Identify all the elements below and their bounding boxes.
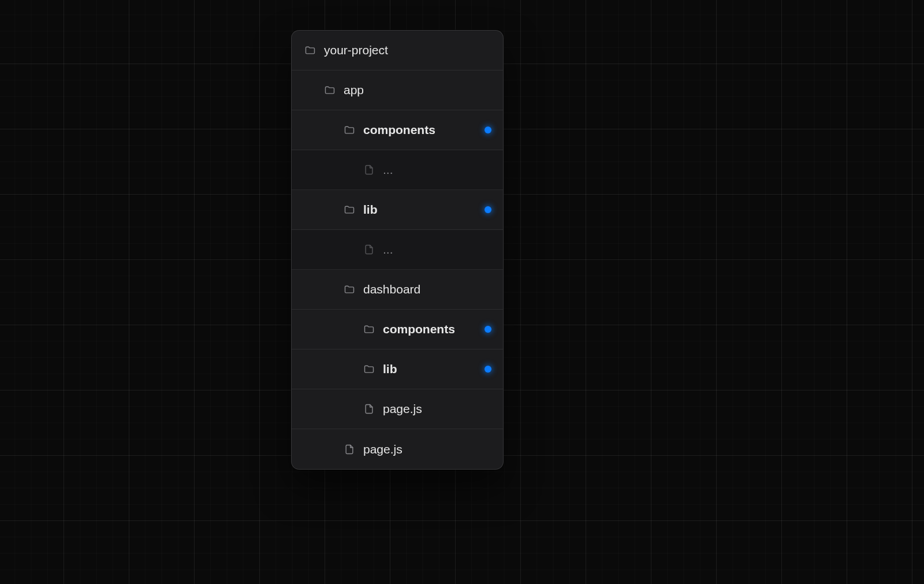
folder-icon (363, 363, 375, 375)
file-icon (363, 403, 375, 415)
tree-row-label: components (363, 123, 476, 137)
folder-icon (363, 323, 375, 335)
tree-row-label: ... (383, 243, 491, 256)
tree-row-lib[interactable]: lib (292, 190, 503, 230)
status-dot-icon (485, 326, 491, 333)
folder-icon (344, 124, 355, 136)
tree-row-label: lib (363, 203, 476, 217)
tree-row-app[interactable]: app (292, 70, 503, 110)
tree-row-dashboard-components[interactable]: components (292, 310, 503, 349)
folder-icon (304, 44, 316, 56)
tree-row-collapsed[interactable]: ... (292, 150, 503, 190)
tree-row-collapsed[interactable]: ... (292, 230, 503, 270)
tree-row-page-app[interactable]: page.js (292, 429, 503, 469)
folder-icon (344, 284, 355, 295)
tree-row-components[interactable]: components (292, 110, 503, 150)
tree-row-label: page.js (363, 442, 491, 456)
tree-row-label: your-project (324, 43, 491, 57)
status-dot-icon (485, 127, 491, 133)
tree-row-label: page.js (383, 402, 491, 416)
status-dot-icon (485, 206, 491, 213)
tree-row-dashboard-lib[interactable]: lib (292, 349, 503, 389)
file-tree-panel: your-project app components ... l (291, 30, 504, 470)
folder-icon (344, 204, 355, 215)
file-icon (363, 244, 375, 255)
file-icon (363, 164, 375, 176)
tree-row-root[interactable]: your-project (292, 31, 503, 70)
status-dot-icon (485, 366, 491, 373)
tree-row-page-dashboard[interactable]: page.js (292, 389, 503, 429)
folder-icon (324, 84, 336, 96)
file-icon (344, 444, 355, 455)
tree-row-label: ... (383, 163, 491, 177)
tree-row-label: dashboard (363, 282, 491, 296)
tree-row-label: lib (383, 362, 476, 376)
tree-row-label: app (344, 83, 491, 97)
tree-row-dashboard[interactable]: dashboard (292, 270, 503, 310)
tree-row-label: components (383, 322, 476, 336)
